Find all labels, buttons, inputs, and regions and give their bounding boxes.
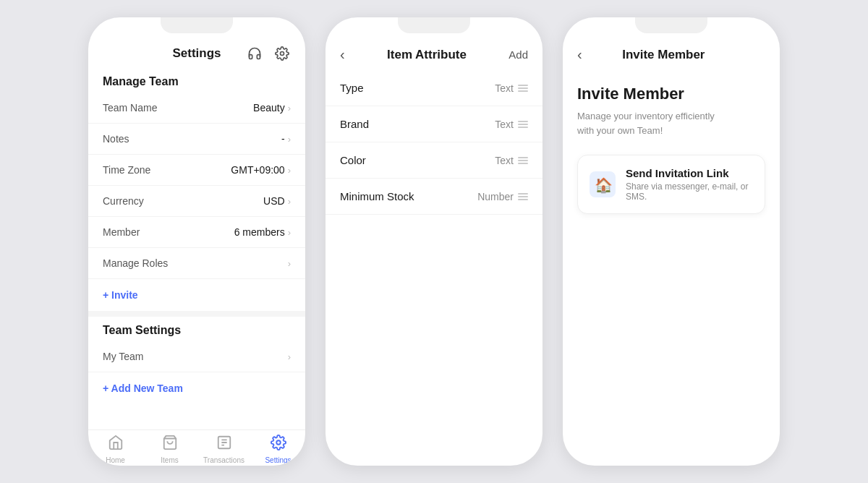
invite-card-text: Send Invitation Link Share via messenger… — [626, 167, 753, 202]
color-attr-name: Color — [340, 154, 366, 166]
nav-transactions-label: Transactions — [203, 456, 244, 464]
nav-home-label: Home — [106, 456, 125, 464]
currency-row[interactable]: Currency USD › — [88, 186, 305, 217]
invite-body: Invite Member Manage your inventory effi… — [563, 70, 780, 214]
transactions-icon — [216, 435, 232, 455]
items-icon — [162, 435, 178, 455]
phone-notch — [635, 17, 707, 33]
timezone-value: GMT+09:00 › — [231, 164, 291, 176]
settings-header-icons — [244, 43, 292, 64]
send-invitation-card[interactable]: 🏠 Send Invitation Link Share via messeng… — [577, 155, 765, 214]
svg-point-0 — [281, 52, 284, 56]
home-icon — [108, 435, 124, 455]
chevron-icon: › — [288, 351, 291, 362]
phone-settings: Settings — [88, 17, 305, 466]
chevron-icon: › — [288, 103, 291, 114]
attr-list: Type Text Brand Text — [326, 70, 542, 215]
phone-item-attribute: ‹ Item Attribute Add Type Text Brand — [326, 17, 542, 466]
invitation-icon: 🏠 — [590, 170, 616, 199]
attr-color-row[interactable]: Color Text — [326, 142, 542, 179]
attr-brand-row[interactable]: Brand Text — [326, 106, 542, 142]
add-button[interactable]: Add — [509, 48, 528, 61]
my-team-label: My Team — [103, 351, 144, 362]
gear-icon[interactable] — [272, 43, 292, 64]
member-label: Member — [103, 226, 140, 238]
team-settings-title: Team Settings — [88, 317, 305, 341]
brand-attr-name: Brand — [340, 118, 369, 130]
invite-header: ‹ Invite Member — [563, 38, 780, 70]
svg-text:🏠: 🏠 — [595, 176, 613, 194]
brand-attr-type: Text — [495, 119, 528, 130]
back-button[interactable]: ‹ — [340, 46, 345, 63]
currency-label: Currency — [103, 195, 144, 207]
drag-icon — [518, 157, 528, 164]
bottom-nav: Home Items — [88, 429, 305, 466]
invite-main-title: Invite Member — [577, 85, 765, 103]
drag-icon — [518, 85, 528, 92]
chevron-icon: › — [288, 134, 291, 145]
nav-items[interactable]: Items — [142, 435, 197, 464]
back-button[interactable]: ‹ — [577, 46, 582, 63]
settings-header: Settings — [88, 38, 305, 68]
attr-title: Item Attribute — [387, 48, 467, 62]
min-stock-attr-type: Number — [477, 191, 528, 202]
type-attr-name: Type — [340, 82, 364, 94]
notes-label: Notes — [103, 133, 129, 145]
divider — [88, 311, 305, 317]
team-name-row[interactable]: Team Name Beauty › — [88, 93, 305, 124]
timezone-row[interactable]: Time Zone GMT+09:00 › — [88, 155, 305, 186]
drag-icon — [518, 193, 528, 200]
currency-value: USD › — [263, 195, 291, 207]
phone-notch — [398, 17, 470, 33]
invite-button[interactable]: + Invite — [88, 279, 305, 311]
member-value: 6 members › — [234, 226, 291, 238]
settings-title: Settings — [172, 46, 221, 61]
chevron-icon: › — [288, 258, 291, 269]
timezone-label: Time Zone — [103, 164, 150, 176]
invite-header-title: Invite Member — [622, 48, 705, 62]
phones-container: Settings — [74, 3, 794, 480]
my-team-value: › — [288, 351, 291, 362]
team-name-value: Beauty › — [253, 102, 291, 114]
member-row[interactable]: Member 6 members › — [88, 217, 305, 248]
min-stock-attr-name: Minimum Stock — [340, 190, 414, 202]
my-team-row[interactable]: My Team › — [88, 341, 305, 372]
nav-items-label: Items — [161, 456, 178, 464]
manage-team-title: Manage Team — [88, 68, 305, 93]
attr-min-stock-row[interactable]: Minimum Stock Number — [326, 179, 542, 215]
type-attr-type: Text — [495, 82, 528, 94]
chevron-icon: › — [288, 165, 291, 176]
add-new-team-button[interactable]: + Add New Team — [88, 372, 305, 404]
chevron-icon: › — [288, 227, 291, 238]
nav-transactions[interactable]: Transactions — [197, 435, 251, 464]
attr-type-row[interactable]: Type Text — [326, 70, 542, 106]
team-name-label: Team Name — [103, 102, 157, 114]
manage-roles-value: › — [288, 258, 291, 269]
phone-invite-member: ‹ Invite Member Invite Member Manage you… — [563, 17, 780, 466]
settings-icon-active — [271, 435, 286, 455]
svg-point-6 — [276, 440, 281, 445]
invite-card-subtitle: Share via messenger, e-mail, or SMS. — [626, 181, 753, 202]
notes-row[interactable]: Notes - › — [88, 124, 305, 155]
attr-header: ‹ Item Attribute Add — [326, 38, 542, 70]
notes-value: - › — [281, 133, 291, 145]
invite-subtitle: Manage your inventory efficientlywith yo… — [577, 109, 765, 137]
color-attr-type: Text — [495, 155, 528, 166]
manage-roles-label: Manage Roles — [103, 257, 168, 269]
drag-icon — [518, 121, 528, 128]
nav-home[interactable]: Home — [88, 435, 142, 464]
phone-notch — [161, 17, 233, 33]
headset-icon[interactable] — [244, 43, 265, 64]
manage-roles-row[interactable]: Manage Roles › — [88, 248, 305, 279]
chevron-icon: › — [288, 196, 291, 207]
nav-settings-label: Settings — [265, 456, 291, 464]
nav-settings[interactable]: Settings — [251, 435, 305, 464]
invite-card-title: Send Invitation Link — [626, 167, 753, 179]
